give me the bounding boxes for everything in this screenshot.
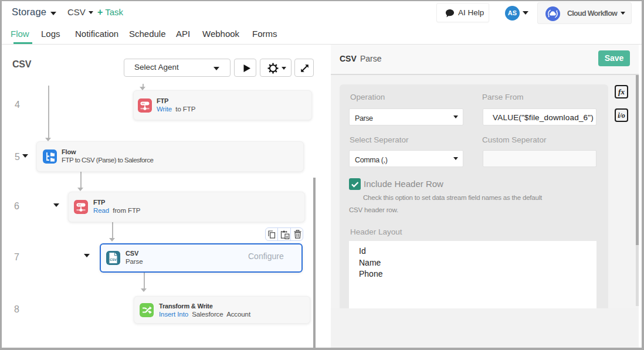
svg-text:CSV: CSV	[110, 258, 117, 261]
